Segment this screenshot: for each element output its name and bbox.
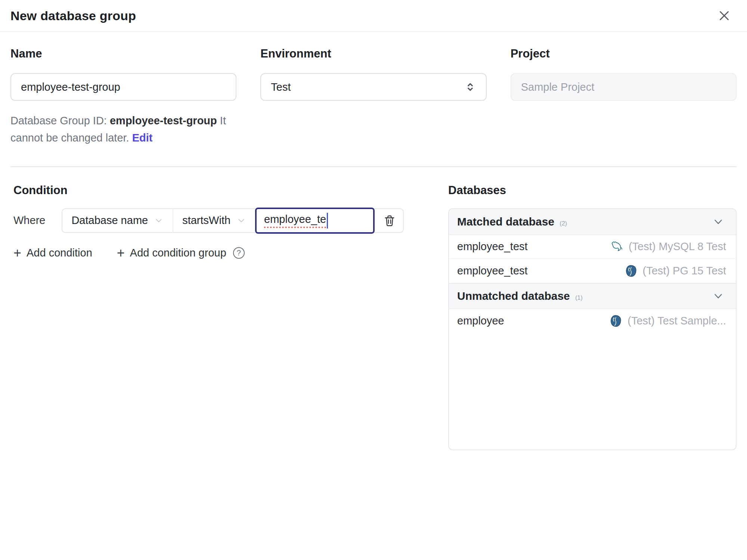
factor-dropdown[interactable]: Database name — [62, 209, 173, 232]
database-instance: (Test) PG 15 Test — [624, 264, 726, 278]
delete-condition-button[interactable] — [383, 214, 396, 227]
name-input[interactable] — [10, 73, 236, 101]
group-id-prefix: Database Group ID: — [10, 115, 110, 127]
section-divider — [10, 166, 737, 167]
environment-selected-value: Test — [271, 81, 291, 93]
operator-value: startsWith — [182, 214, 230, 227]
database-name: employee — [457, 315, 504, 327]
close-button[interactable] — [716, 8, 732, 24]
lower-section: Condition Where Database name startsWith — [0, 184, 747, 450]
unmatched-database-header[interactable]: Unmatched database (1) — [449, 283, 736, 309]
database-instance: (Test) MySQL 8 Test — [610, 240, 726, 253]
unmatched-database-title: Unmatched database — [457, 290, 570, 302]
condition-value-text: employee_te — [264, 213, 326, 228]
text-caret — [327, 213, 328, 228]
unmatched-database-count: (1) — [575, 295, 583, 301]
condition-value-input[interactable]: employee_te — [255, 208, 375, 234]
chevron-down-icon — [712, 215, 725, 228]
group-id-helper: Database Group ID: employee-test-group I… — [10, 112, 236, 147]
condition-row: Where Database name startsWith employe — [13, 208, 448, 233]
instance-label: (Test) Test Sample... — [627, 315, 726, 327]
postgresql-icon — [609, 314, 622, 328]
plus-icon: + — [13, 246, 21, 260]
instance-label: (Test) PG 15 Test — [643, 265, 726, 277]
database-row: employee_test (Test) PG 15 Test — [449, 259, 736, 283]
dialog-header: New database group — [0, 0, 747, 32]
edit-link[interactable]: Edit — [132, 132, 153, 144]
chevron-up-down-icon — [464, 81, 476, 93]
add-condition-button[interactable]: + Add condition — [13, 246, 92, 260]
database-row: employee (Test) Test Sample... — [449, 309, 736, 333]
add-condition-group-button[interactable]: + Add condition group ? — [117, 246, 245, 260]
mysql-icon — [610, 240, 623, 253]
name-label: Name — [10, 47, 236, 60]
database-instance: (Test) Test Sample... — [609, 314, 726, 328]
environment-field-group: Environment Test — [260, 47, 486, 147]
group-id-value: employee-test-group — [110, 115, 217, 127]
matched-database-header[interactable]: Matched database (2) — [449, 209, 736, 235]
chevron-down-icon — [154, 216, 164, 225]
help-icon[interactable]: ? — [233, 247, 245, 259]
add-condition-group-label: Add condition group — [130, 247, 226, 259]
chevron-down-icon — [712, 290, 725, 302]
form-row: Name Database Group ID: employee-test-gr… — [0, 32, 747, 147]
condition-expression: Database name startsWith employee_te — [62, 208, 404, 233]
project-label: Project — [511, 47, 737, 60]
matched-database-title: Matched database — [457, 215, 554, 228]
environment-label: Environment — [260, 47, 486, 60]
chevron-down-icon — [236, 216, 246, 225]
databases-section: Databases Matched database (2) employee_… — [448, 184, 737, 450]
plus-icon: + — [117, 246, 125, 260]
page-title: New database group — [10, 9, 136, 23]
name-field-group: Name Database Group ID: employee-test-gr… — [10, 47, 236, 147]
trash-icon — [383, 214, 396, 227]
factor-value: Database name — [71, 214, 148, 227]
condition-actions: + Add condition + Add condition group ? — [13, 246, 448, 260]
operator-dropdown[interactable]: startsWith — [173, 209, 255, 232]
condition-section: Condition Where Database name startsWith — [10, 184, 448, 260]
instance-label: (Test) MySQL 8 Test — [629, 240, 726, 253]
project-input — [511, 73, 737, 101]
condition-heading: Condition — [13, 184, 448, 197]
database-name: employee_test — [457, 265, 528, 277]
close-icon — [716, 8, 732, 24]
where-label: Where — [13, 214, 45, 227]
project-field-group: Project — [511, 47, 737, 147]
database-row: employee_test (Test) MySQL 8 Test — [449, 235, 736, 259]
postgresql-icon — [624, 264, 638, 278]
environment-select[interactable]: Test — [260, 73, 486, 101]
databases-panel: Matched database (2) employee_test — [448, 208, 737, 450]
add-condition-label: Add condition — [27, 247, 92, 259]
matched-database-count: (2) — [560, 220, 567, 227]
databases-heading: Databases — [448, 184, 737, 197]
database-name: employee_test — [457, 240, 528, 253]
